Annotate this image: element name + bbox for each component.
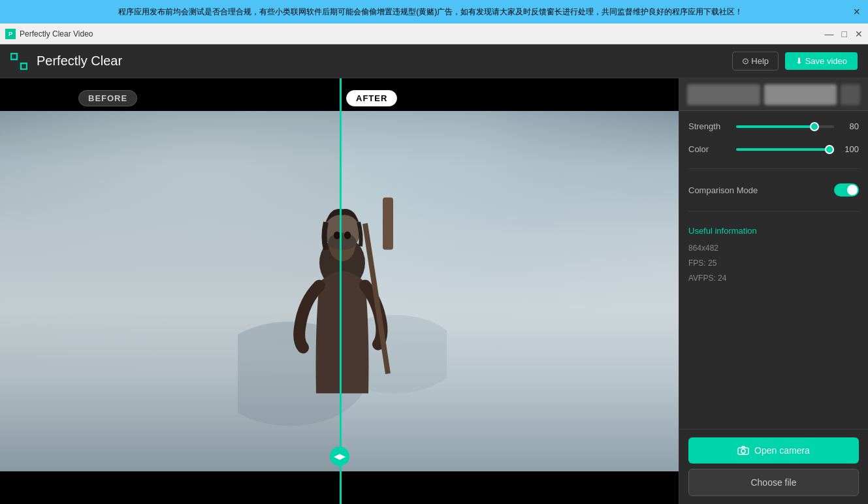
notification-bar: 程序应用发布前均会测试是否合理合规，有些小类联网软件后期可能会偷偷增置违规型(黄… (0, 0, 868, 24)
camera-icon (737, 446, 749, 455)
toolbar-buttons: ⊙ Help ⬇ Save video (732, 52, 858, 71)
info-title: Useful information (688, 226, 859, 236)
panel-divider-2 (688, 211, 859, 212)
help-button[interactable]: ⊙ Help (732, 52, 779, 71)
video-area: BEFORE AFTER ◀▶ (0, 78, 679, 504)
divider-handle[interactable]: ◀▶ (330, 447, 349, 466)
logo-text: Perfectly Clear (37, 54, 122, 69)
color-label: Color (688, 144, 731, 154)
comparison-mode-row: Comparison Mode (688, 183, 859, 197)
close-button[interactable]: ✕ (855, 29, 863, 39)
save-video-button[interactable]: ⬇ Save video (785, 52, 858, 70)
choose-file-button[interactable]: Choose file (688, 469, 859, 496)
color-value: 100 (839, 144, 859, 154)
panel-tabs (679, 78, 868, 111)
app-container: Perfectly Clear ⊙ Help ⬇ Save video (0, 44, 868, 504)
comparison-mode-label: Comparison Mode (688, 185, 758, 195)
divider-handle-icon: ◀▶ (334, 452, 346, 461)
info-avfps: AVFPS: 24 (688, 272, 859, 285)
svg-rect-10 (383, 197, 393, 249)
maximize-button[interactable]: □ (842, 29, 847, 39)
divider-line[interactable] (340, 78, 342, 504)
before-label: BEFORE (78, 90, 137, 106)
window-controls: — □ ✕ (825, 29, 863, 39)
open-camera-button[interactable]: Open camera (688, 437, 859, 464)
svg-point-12 (741, 449, 745, 453)
panel-content: Strength 80 Color 100 (679, 111, 868, 429)
choose-file-label: Choose file (750, 477, 796, 488)
strength-value: 80 (839, 121, 859, 131)
strength-fill (736, 125, 814, 128)
color-row: Color 100 (688, 144, 859, 154)
app-title: Perfectly Clear Video (20, 29, 825, 39)
title-bar: P Perfectly Clear Video — □ ✕ (0, 24, 868, 44)
strength-row: Strength 80 (688, 121, 859, 131)
panel-tab-1[interactable] (687, 84, 760, 105)
app-icon: P (5, 29, 16, 39)
comparison-mode-toggle[interactable] (834, 183, 859, 197)
video-frame: BEFORE AFTER ◀▶ (0, 78, 679, 504)
logo-icon (10, 53, 27, 70)
content-area: BEFORE AFTER ◀▶ (0, 78, 868, 504)
panel-divider-1 (688, 168, 859, 169)
svg-point-8 (344, 231, 351, 239)
color-fill (736, 148, 834, 151)
panel-tab-2[interactable] (764, 84, 837, 105)
strength-label: Strength (688, 121, 731, 131)
logo-area: Perfectly Clear (10, 53, 732, 70)
video-viewport: BEFORE AFTER ◀▶ (0, 78, 679, 504)
right-panel: Strength 80 Color 100 (679, 78, 868, 504)
svg-rect-1 (21, 63, 27, 69)
info-section: Useful information 864x482 FPS: 25 AVFPS… (688, 226, 859, 285)
open-camera-label: Open camera (754, 445, 810, 456)
color-track[interactable] (736, 148, 834, 151)
strength-track[interactable] (736, 125, 834, 128)
svg-rect-0 (11, 54, 17, 59)
strength-thumb[interactable] (810, 122, 819, 131)
panel-buttons: Open camera Choose file (679, 429, 868, 504)
info-resolution: 864x482 (688, 242, 859, 255)
notification-text: 程序应用发布前均会测试是否合理合规，有些小类联网软件后期可能会偷偷增置违规型(黄… (8, 7, 853, 18)
notification-close-icon[interactable]: × (853, 5, 860, 19)
color-thumb[interactable] (825, 145, 834, 154)
after-label: AFTER (346, 90, 397, 106)
info-fps: FPS: 25 (688, 257, 859, 270)
before-overlay (0, 111, 340, 471)
minimize-button[interactable]: — (825, 29, 834, 39)
toolbar: Perfectly Clear ⊙ Help ⬇ Save video (0, 44, 868, 78)
panel-tab-3[interactable] (841, 84, 860, 105)
